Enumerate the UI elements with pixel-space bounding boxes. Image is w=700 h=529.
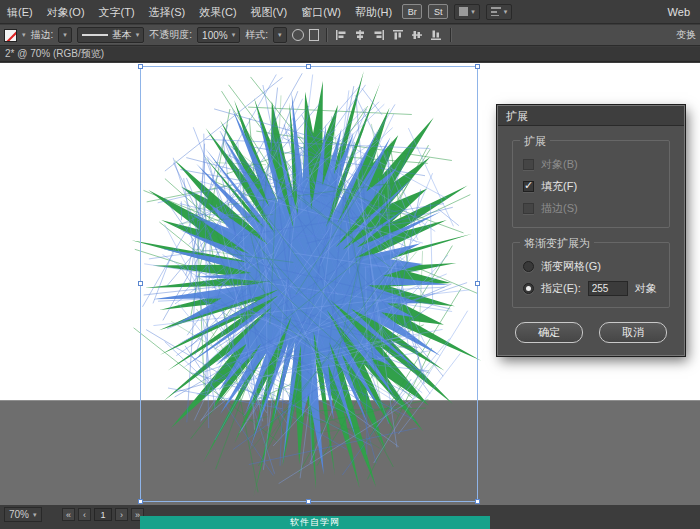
ok-button[interactable]: 确定 [515,322,583,343]
align-top-icon[interactable] [391,28,405,42]
menu-effect[interactable]: 效果(C) [192,0,243,24]
selection-handle[interactable] [138,281,143,286]
stroke-checkbox-label: 描边(S) [541,201,578,216]
gradient-mesh-radio-row: 渐变网格(G) [523,255,659,277]
align-bottom-icon[interactable] [429,28,443,42]
style-combo[interactable]: ▾ [273,27,287,43]
specify-radio[interactable] [523,283,534,294]
expand-group: 扩展 对象(B) 填充(F) 描边(S) [512,140,670,228]
selection-handle[interactable] [475,64,480,69]
object-checkbox[interactable] [523,159,534,170]
gradient-group: 将渐变扩展为 渐变网格(G) 指定(E): 对象 [512,242,670,308]
arrange-icon [459,7,468,16]
zoom-level-combo[interactable]: 70% ▾ [4,507,42,522]
selection-handle[interactable] [138,64,143,69]
chevron-down-icon: ▾ [136,31,140,39]
menu-select[interactable]: 选择(S) [142,0,193,24]
opacity-label: 不透明度: [149,28,192,42]
chevron-down-icon: ▾ [471,8,475,16]
stroke-none-swatch-icon[interactable] [4,29,17,42]
stroke-checkbox[interactable] [523,203,534,214]
objects-suffix-label: 对象 [635,281,657,296]
selection-handle[interactable] [475,499,480,504]
footer-banner-text: 软件自学网 [290,516,340,529]
stroke-profile-combo[interactable]: 基本 ▾ [77,27,145,43]
bridge-button[interactable]: Br [402,4,422,19]
stroke-profile-icon [82,34,108,36]
selection-handle[interactable] [306,499,311,504]
selection-handle[interactable] [475,281,480,286]
gradient-mesh-radio[interactable] [523,261,534,272]
next-artboard-button[interactable]: › [115,508,128,521]
separator [326,28,327,42]
selection-handle[interactable] [306,64,311,69]
stroke-checkbox-row: 描边(S) [523,197,659,219]
gradient-group-label: 将渐变扩展为 [520,236,594,251]
menu-view[interactable]: 视图(V) [244,0,295,24]
object-checkbox-label: 对象(B) [541,157,578,172]
chevron-down-icon: ▾ [278,31,282,39]
arrange-documents-combo[interactable]: ▾ [454,4,480,20]
screen-mode-combo[interactable]: ▾ [486,4,513,20]
dialog-title[interactable]: 扩展 [498,106,684,126]
gradient-mesh-radio-label: 渐变网格(G) [541,259,601,274]
artboard-navigation: « ‹ 1 › » [62,507,144,522]
menu-help[interactable]: 帮助(H) [348,0,399,24]
chevron-down-icon: ▾ [63,31,67,39]
menu-window[interactable]: 窗口(W) [294,0,348,24]
grid-icon [491,7,501,16]
document-title-bar: 2* @ 70% (RGB/预览) [0,47,700,62]
opacity-value: 100% [202,30,228,41]
stroke-label: 描边: [31,28,54,42]
control-bar: ▾ 描边: ▾ 基本 ▾ 不透明度: 100% ▾ 样式: ▾ 变换 [0,25,700,46]
shape-style-icon[interactable] [292,29,304,41]
stroke-profile-value: 基本 [112,28,132,42]
document-title[interactable]: 2* @ 70% (RGB/预览) [5,47,104,61]
separator [450,28,451,42]
workspace-switcher[interactable]: Web [658,6,700,18]
artboard-number: 1 [94,508,112,521]
specify-radio-row: 指定(E): 对象 [523,277,659,299]
opacity-combo[interactable]: 100% ▾ [197,27,240,43]
style-label: 样式: [245,28,268,42]
specify-objects-input[interactable] [588,281,628,296]
stock-button[interactable]: St [428,4,448,19]
expand-dialog: 扩展 扩展 对象(B) 填充(F) 描边(S) 将渐变扩展为 渐变网格(G) [497,105,685,356]
transform-panel-label[interactable]: 变换 [676,28,696,42]
menu-edit[interactable]: 辑(E) [0,0,40,24]
align-center-vertical-icon[interactable] [410,28,424,42]
expand-group-label: 扩展 [520,134,550,149]
menu-type[interactable]: 文字(T) [92,0,142,24]
selection-handle[interactable] [138,499,143,504]
chevron-down-icon: ▾ [33,511,37,519]
stroke-weight-combo[interactable]: ▾ [58,27,72,43]
zoom-level-value: 70% [9,509,29,520]
align-right-icon[interactable] [372,28,386,42]
fill-checkbox[interactable] [523,181,534,192]
status-bar: 70% ▾ « ‹ 1 › » 软件自学网 [0,505,700,529]
fill-checkbox-label: 填充(F) [541,179,577,194]
fill-checkbox-row: 填充(F) [523,175,659,197]
align-center-horizontal-icon[interactable] [353,28,367,42]
menu-bar: 辑(E) 对象(O) 文字(T) 选择(S) 效果(C) 视图(V) 窗口(W)… [0,0,700,24]
specify-radio-label: 指定(E): [541,281,581,296]
footer-banner: 软件自学网 [140,516,490,529]
chevron-down-icon[interactable]: ▾ [22,31,26,39]
first-artboard-button[interactable]: « [62,508,75,521]
object-checkbox-row: 对象(B) [523,153,659,175]
previous-artboard-button[interactable]: ‹ [78,508,91,521]
document-setup-icon[interactable] [309,29,319,41]
align-left-icon[interactable] [334,28,348,42]
cancel-button[interactable]: 取消 [599,322,667,343]
chevron-down-icon: ▾ [504,8,508,16]
menu-object[interactable]: 对象(O) [40,0,92,24]
chevron-down-icon: ▾ [232,31,236,39]
